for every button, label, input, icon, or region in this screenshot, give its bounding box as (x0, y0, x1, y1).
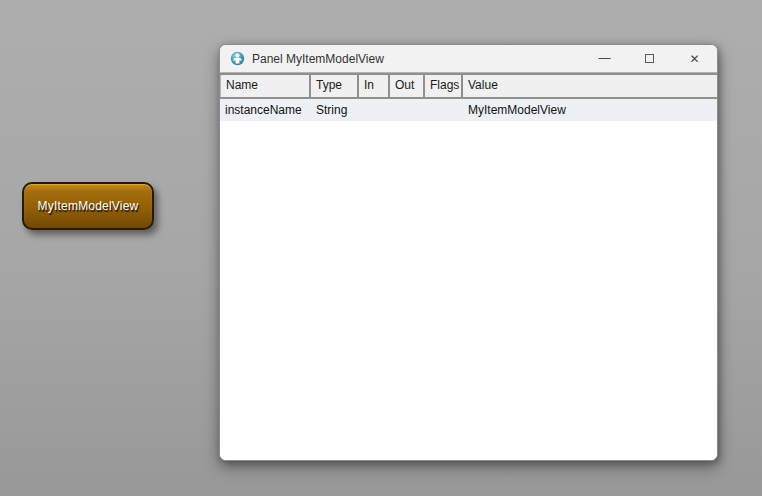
column-header-out[interactable]: Out (390, 75, 425, 97)
table-empty-area (220, 121, 717, 460)
close-button[interactable]: ✕ (672, 45, 717, 72)
column-header-in[interactable]: In (359, 75, 390, 97)
panel-window: Panel MyItemModelView — ✕ Name Type In O… (219, 44, 718, 461)
minimize-button[interactable]: — (582, 45, 627, 72)
table-row[interactable]: instanceName String MyItemModelView (220, 99, 717, 121)
cell-in (359, 99, 390, 121)
column-header-type[interactable]: Type (311, 75, 359, 97)
cell-type: String (311, 99, 359, 121)
column-header-value[interactable]: Value (463, 75, 717, 97)
column-header-flags[interactable]: Flags (425, 75, 463, 97)
cell-value[interactable]: MyItemModelView (463, 99, 717, 121)
maximize-button[interactable] (627, 45, 672, 72)
window-title: Panel MyItemModelView (252, 52, 384, 66)
table-header: Name Type In Out Flags Value (220, 73, 717, 99)
cell-flags (425, 99, 463, 121)
close-icon: ✕ (689, 53, 699, 65)
column-header-name[interactable]: Name (220, 75, 311, 97)
maximize-icon (645, 54, 654, 63)
window-titlebar[interactable]: Panel MyItemModelView — ✕ (220, 45, 717, 73)
minimize-icon: — (599, 52, 611, 64)
person-sphere-icon (230, 51, 245, 66)
window-controls: — ✕ (582, 45, 717, 72)
cell-name: instanceName (220, 99, 311, 121)
cell-out (390, 99, 425, 121)
editor-canvas[interactable]: MyItemModelView Pane (0, 0, 762, 496)
node-label: MyItemModelView (38, 199, 139, 213)
node-myitemmodelview[interactable]: MyItemModelView (22, 182, 154, 230)
